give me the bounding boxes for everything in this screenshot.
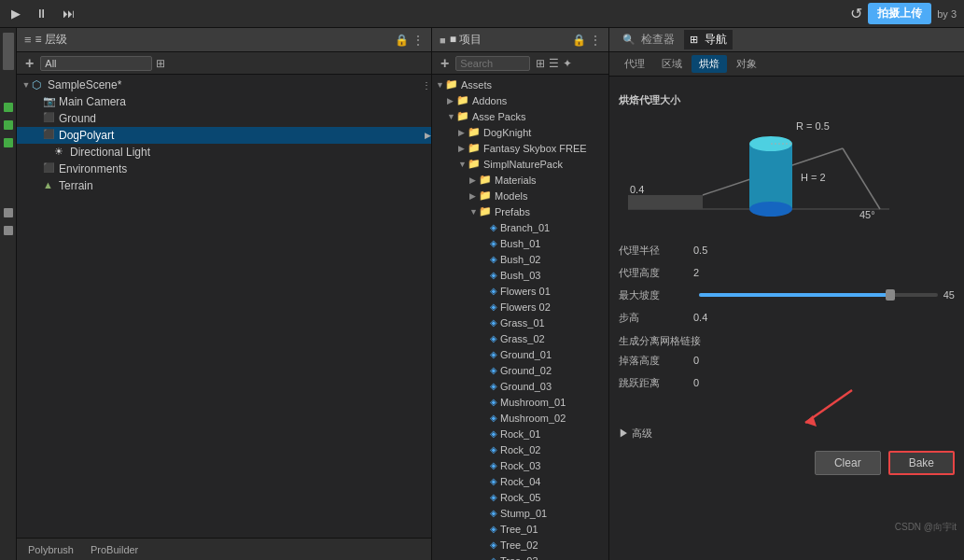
- proj-item-rock04[interactable]: ◈ Rock_04: [432, 473, 608, 489]
- project-panel: ■ ■ 项目 🔒 ⋮ + ⊞ ☰ ✦ ▼ 📁 Assets ▶ 📁 Addo: [432, 28, 609, 560]
- tree-item-ground[interactable]: ⬛ Ground: [17, 110, 431, 127]
- upload-button[interactable]: 拍摄上传: [868, 3, 931, 24]
- tool-item-3[interactable]: [4, 120, 13, 130]
- proj-item-tree02[interactable]: ◈ Tree_02: [432, 537, 608, 553]
- tab-navigation-label: 导航: [705, 33, 727, 46]
- proj-item-materials[interactable]: ▶ 📁 Materials: [432, 172, 608, 188]
- proj-item-addons[interactable]: ▶ 📁 Addons: [432, 92, 608, 108]
- tab-polybrush[interactable]: Polybrush: [24, 542, 77, 557]
- label-assets: Assets: [461, 79, 492, 91]
- proj-item-assepacks[interactable]: ▼ 📁 Asse Packs: [432, 108, 608, 124]
- proj-item-bush01[interactable]: ◈ Bush_01: [432, 235, 608, 251]
- hierarchy-more-icon[interactable]: ⋮: [412, 34, 424, 47]
- icon-rock03: ◈: [490, 460, 497, 470]
- arrow-fantasyskybox: ▶: [458, 144, 468, 153]
- label-simplenaturepack: SimplNaturePack: [483, 159, 563, 170]
- proj-item-rock05[interactable]: ◈ Rock_05: [432, 489, 608, 505]
- proj-item-flowers02[interactable]: ◈ Flowers 02: [432, 299, 608, 315]
- proj-item-rock02[interactable]: ◈ Rock_02: [432, 441, 608, 457]
- proj-item-fantasyskybox[interactable]: ▶ 📁 Fantasy Skybox FREE: [432, 140, 608, 156]
- label-maincamera: Main Camera: [59, 95, 126, 108]
- subtab-area[interactable]: 区域: [654, 55, 690, 73]
- tab-inspector[interactable]: 🔍 检查器: [617, 30, 680, 49]
- proj-item-flowers01[interactable]: ◈ Flowers 01: [432, 283, 608, 299]
- hierarchy-add-button[interactable]: +: [22, 54, 36, 73]
- proj-item-grass02[interactable]: ◈ Grass_02: [432, 330, 608, 346]
- icon-tree03: ◈: [490, 555, 497, 560]
- label-max-slope: 最大坡度: [619, 288, 693, 302]
- proj-item-models[interactable]: ▶ 📁 Models: [432, 188, 608, 203]
- play-button[interactable]: ▶: [7, 5, 24, 22]
- proj-item-tree03[interactable]: ◈ Tree_03: [432, 553, 608, 560]
- label-dogknight: DogKnight: [483, 127, 531, 138]
- tool-item-1[interactable]: [3, 33, 14, 70]
- label-ground: Ground: [59, 112, 96, 125]
- icon-rock05: ◈: [490, 492, 497, 502]
- pause-button[interactable]: ⏸: [32, 5, 51, 22]
- tool-item-5[interactable]: [4, 208, 13, 217]
- label-rock03: Rock_03: [500, 460, 540, 471]
- value-step-height: 0.4: [693, 312, 707, 323]
- proj-item-stump01[interactable]: ◈ Stump_01: [432, 505, 608, 521]
- project-icon2[interactable]: ☰: [549, 57, 559, 70]
- hierarchy-expand-icon[interactable]: ⊞: [156, 57, 165, 70]
- subtab-object[interactable]: 对象: [729, 55, 764, 73]
- hierarchy-lock-icon[interactable]: 🔒: [395, 34, 409, 47]
- bake-diagram-svg: R = 0.5 H = 2 0.4 45°: [619, 111, 955, 232]
- icon-rock02: ◈: [490, 444, 497, 455]
- arrow-prefabs: ▼: [469, 207, 479, 217]
- clear-button[interactable]: Clear: [815, 451, 881, 475]
- tree-item-samplescene[interactable]: ▼ ⬡ SampleScene* ⋮: [17, 77, 431, 93]
- label-terrain: Terrain: [59, 179, 93, 192]
- proj-item-assets[interactable]: ▼ 📁 Assets: [432, 77, 608, 92]
- proj-item-grass01[interactable]: ◈ Grass_01: [432, 315, 608, 330]
- tree-item-dogpolyart[interactable]: ⬛ DogPolyart ▶: [17, 127, 431, 144]
- tool-item-6[interactable]: [4, 226, 13, 235]
- tree-item-directionallight[interactable]: ☀ Directional Light: [17, 144, 431, 161]
- row-step-height: 步高 0.4: [619, 307, 955, 328]
- label-tree03: Tree_03: [500, 555, 538, 561]
- project-more-icon[interactable]: ⋮: [590, 34, 601, 47]
- proj-item-ground03[interactable]: ◈ Ground_03: [432, 378, 608, 394]
- tool-item-4[interactable]: [4, 138, 13, 147]
- proj-item-mushroom02[interactable]: ◈ Mushroom_02: [432, 410, 608, 426]
- project-lock-icon[interactable]: 🔒: [572, 34, 586, 47]
- proj-item-tree01[interactable]: ◈ Tree_01: [432, 521, 608, 537]
- label-stump01: Stump_01: [500, 508, 547, 519]
- project-search-input[interactable]: [455, 56, 530, 71]
- step-button[interactable]: ⏭: [59, 5, 78, 22]
- proj-item-ground01[interactable]: ◈ Ground_01: [432, 346, 608, 362]
- svg-text:45°: 45°: [859, 209, 875, 220]
- subtab-bake[interactable]: 烘焙: [692, 55, 727, 73]
- proj-item-simplenaturepack[interactable]: ▼ 📁 SimplNaturePack: [432, 156, 608, 172]
- proj-item-mushroom01[interactable]: ◈ Mushroom_01: [432, 394, 608, 410]
- hierarchy-search-input[interactable]: [40, 56, 152, 71]
- samplescene-more[interactable]: ⋮: [422, 80, 431, 91]
- tab-probuilder[interactable]: ProBuilder: [87, 542, 142, 557]
- hierarchy-menu-icon: ≡: [24, 33, 32, 47]
- icon-mushroom02: ◈: [490, 413, 497, 423]
- tool-item-2[interactable]: [4, 103, 13, 112]
- proj-item-bush03[interactable]: ◈ Bush_03: [432, 267, 608, 283]
- tree-item-maincamera[interactable]: 📷 Main Camera: [17, 93, 431, 110]
- project-icon3[interactable]: ✦: [563, 57, 572, 70]
- proj-item-branch01[interactable]: ◈ Branch_01: [432, 219, 608, 235]
- project-add-button[interactable]: +: [438, 54, 452, 73]
- proj-item-prefabs[interactable]: ▼ 📁 Prefabs: [432, 203, 608, 219]
- project-icon1[interactable]: ⊞: [536, 57, 545, 70]
- proj-item-rock03[interactable]: ◈ Rock_03: [432, 457, 608, 473]
- proj-item-rock01[interactable]: ◈ Rock_01: [432, 426, 608, 441]
- proj-item-ground02[interactable]: ◈ Ground_02: [432, 362, 608, 378]
- tab-navigation[interactable]: ⊞ 导航: [684, 30, 732, 49]
- icon-grass02: ◈: [490, 333, 497, 343]
- tree-item-environments[interactable]: ⬛ Environments: [17, 161, 431, 177]
- history-button[interactable]: ↺: [850, 5, 862, 22]
- subtab-proxy[interactable]: 代理: [617, 55, 652, 73]
- bake-button[interactable]: Bake: [888, 451, 955, 475]
- label-directionallight: Directional Light: [70, 146, 150, 159]
- tree-item-terrain[interactable]: ▲ Terrain: [17, 177, 431, 194]
- proj-item-bush02[interactable]: ◈ Bush_02: [432, 251, 608, 267]
- max-slope-slider[interactable]: [699, 293, 938, 297]
- dogpolyart-arrow: ▶: [425, 131, 431, 140]
- proj-item-dogknight[interactable]: ▶ 📁 DogKnight: [432, 124, 608, 140]
